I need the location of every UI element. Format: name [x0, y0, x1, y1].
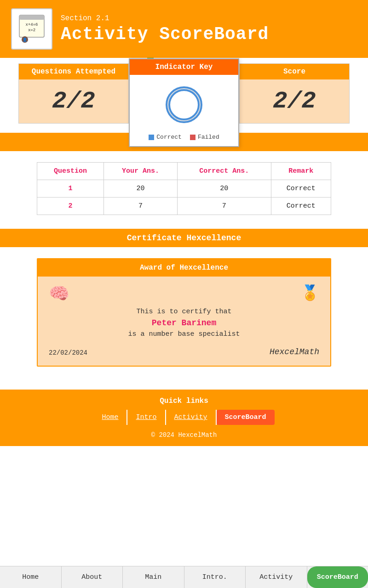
indicator-key-title: Indicator Key [130, 59, 238, 75]
certificate-content: This is to certify that Peter Barinem is… [49, 308, 319, 338]
score-value: 2/2 [240, 79, 349, 123]
quicklinks-title: Quick links [0, 397, 368, 405]
table-row: 1 20 20 Correct [37, 180, 331, 198]
cell-your-ans: 7 [104, 198, 178, 215]
cell-remark: Correct [271, 198, 331, 215]
failed-label: Failed [198, 134, 219, 141]
bottom-nav-home[interactable]: Home [0, 566, 62, 588]
certificate-section-bar: Certificate Hexcellence [0, 229, 368, 247]
correct-label: Correct [156, 134, 182, 141]
bottom-nav-main[interactable]: Main [123, 566, 184, 588]
table-header-row: Question Your Ans. Correct Ans. Remark [37, 163, 331, 180]
certificate-body: 🧠 🏅 This is to certify that Peter Barine… [38, 277, 330, 338]
header-icon: x+4=6 x=2 👤 [11, 8, 52, 50]
bottom-nav: HomeAboutMainIntro.ActivityScoreBoard [0, 566, 368, 588]
score-label: Score [240, 64, 349, 79]
medal-icon: 🏅 [301, 284, 319, 302]
indicator-popup-body: Correct Failed [130, 75, 238, 146]
quicklink-scoreboard[interactable]: ScoreBoard [217, 410, 275, 425]
header-section: Section 2.1 [61, 14, 269, 23]
certify-text: This is to certify that [58, 308, 310, 316]
correct-dot [149, 135, 154, 140]
certificate-award-title: Award of Hexcellence [38, 259, 330, 277]
cell-question: 1 [37, 180, 104, 198]
certify-desc: is a number base specialist [58, 330, 310, 338]
col-question: Question [37, 163, 104, 180]
certificate-area: Award of Hexcellence 🧠 🏅 This is to cert… [0, 247, 368, 380]
col-remark: Remark [271, 163, 331, 180]
brain-icon: 🧠 [49, 284, 69, 304]
indicator-popup: Indicator Key Correct [129, 58, 239, 147]
bottom-nav-about[interactable]: About [62, 566, 123, 588]
bottom-nav-activity[interactable]: Activity [246, 566, 307, 588]
quicklink-home[interactable]: Home [93, 410, 127, 425]
quicklinks-row: HomeIntroActivityScoreBoard [0, 410, 368, 425]
legend-failed: Failed [190, 134, 219, 141]
certificate-icons-row: 🧠 🏅 [49, 284, 319, 304]
certificate-date: 22/02/2024 [49, 349, 87, 356]
bottom-nav-scoreboard[interactable]: ScoreBoard [307, 566, 368, 588]
col-your-ans: Your Ans. [104, 163, 178, 180]
col-correct-ans: Correct Ans. [177, 163, 271, 180]
quicklinks-area: Quick links HomeIntroActivityScoreBoard … [0, 390, 368, 446]
bottom-nav-intro[interactable]: Intro. [184, 566, 246, 588]
failed-dot [190, 135, 196, 140]
header-title: Activity ScoreBoard [61, 24, 269, 44]
header-text-group: Section 2.1 Activity ScoreBoard [61, 14, 269, 44]
quicklink-activity[interactable]: Activity [166, 410, 217, 425]
cell-remark: Correct [271, 180, 331, 198]
donut-chart [163, 84, 205, 125]
legend-correct: Correct [149, 134, 182, 141]
certificate-signature: HexcelMath [270, 347, 319, 356]
score-middle: Indicator Key Correct [129, 63, 239, 124]
questions-attempted-box: Questions Attempted 2/2 [18, 63, 129, 124]
score-box: Score 2/2 [239, 63, 350, 124]
svg-text:x+4=6: x+4=6 [25, 23, 38, 27]
cell-your-ans: 20 [104, 180, 178, 198]
svg-text:👤: 👤 [23, 37, 27, 42]
svg-point-7 [168, 89, 200, 121]
quicklink-intro[interactable]: Intro [127, 410, 166, 425]
page-header: x+4=6 x=2 👤 Section 2.1 Activity ScoreBo… [0, 0, 368, 58]
cell-correct-ans: 20 [177, 180, 271, 198]
questions-attempted-value: 2/2 [19, 79, 128, 123]
cell-question: 2 [37, 198, 104, 215]
svg-rect-1 [19, 15, 44, 20]
cell-correct-ans: 7 [177, 198, 271, 215]
certify-name: Peter Barinem [58, 318, 310, 328]
certificate-footer: 22/02/2024 HexcelMath [38, 347, 330, 356]
summary-table: Question Your Ans. Correct Ans. Remark 1… [37, 162, 331, 215]
score-row: Questions Attempted 2/2 Indicator Key [18, 63, 350, 124]
summary-area: Question Your Ans. Correct Ans. Remark 1… [0, 151, 368, 229]
score-area: Questions Attempted 2/2 Indicator Key [0, 58, 368, 133]
certificate-box: Award of Hexcellence 🧠 🏅 This is to cert… [37, 258, 331, 367]
table-row: 2 7 7 Correct [37, 198, 331, 215]
indicator-legend: Correct Failed [149, 134, 219, 141]
questions-attempted-label: Questions Attempted [19, 64, 128, 79]
svg-text:x=2: x=2 [28, 28, 35, 33]
quicklinks-copyright: © 2024 HexcelMath [0, 431, 368, 439]
